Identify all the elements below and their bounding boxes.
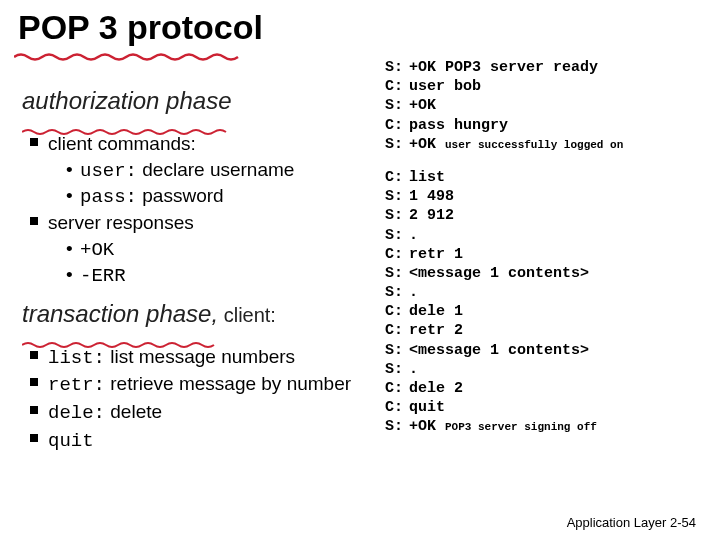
session-line: S:.	[385, 226, 715, 245]
role: C:	[385, 398, 409, 417]
footer-chapter: Application Layer	[567, 515, 670, 530]
client-commands-label: client commands:	[48, 133, 196, 154]
line-text: dele 1	[409, 303, 463, 320]
line-text: quit	[409, 399, 445, 416]
err-item: -ERR	[66, 263, 372, 289]
pass-cmd: pass:	[80, 186, 137, 208]
slide-title: POP 3 protocol	[18, 8, 263, 47]
role: S:	[385, 341, 409, 360]
session-line: C:dele 1	[385, 302, 715, 321]
slide-footer: Application Layer 2-54	[567, 515, 696, 530]
role: S:	[385, 264, 409, 283]
role: S:	[385, 96, 409, 115]
line-text: 1 498	[409, 188, 454, 205]
session-line: S:<message 1 contents>	[385, 341, 715, 360]
trans-suffix: client:	[218, 304, 276, 326]
line-text: dele 2	[409, 380, 463, 397]
quit-cmd-item: quit	[30, 428, 372, 454]
session-line: S:2 912	[385, 206, 715, 225]
trans-block: C:list S:1 498 S:2 912 S:. C:retr 1 S:<m…	[385, 168, 715, 437]
dele-desc: delete	[105, 401, 162, 422]
role: C:	[385, 302, 409, 321]
session-line: C:user bob	[385, 77, 715, 96]
line-text: +OK	[409, 136, 445, 153]
session-line: C:retr 2	[385, 321, 715, 340]
session-line: S:+OK user successfully logged on	[385, 135, 715, 154]
list-desc: list message numbers	[105, 346, 295, 367]
role: C:	[385, 168, 409, 187]
role: S:	[385, 206, 409, 225]
role: S:	[385, 360, 409, 379]
retr-cmd: retr:	[48, 374, 105, 396]
line-text: pass hungry	[409, 117, 508, 134]
session-line: S:.	[385, 283, 715, 302]
role: C:	[385, 245, 409, 264]
ok-item: +OK	[66, 237, 372, 263]
role: C:	[385, 77, 409, 96]
user-desc: declare username	[137, 159, 294, 180]
dele-cmd: dele:	[48, 402, 105, 424]
line-text: +OK	[409, 418, 445, 435]
session-line: C:dele 2	[385, 379, 715, 398]
server-responses-item: server responses +OK -ERR	[30, 211, 372, 288]
role: S:	[385, 58, 409, 77]
line-text: .	[409, 284, 418, 301]
session-transcript: S:+OK POP3 server ready C:user bob S:+OK…	[385, 58, 715, 437]
role: C:	[385, 116, 409, 135]
server-responses-label: server responses	[48, 212, 194, 233]
user-cmd: user:	[80, 160, 137, 182]
user-cmd-item: user: declare username	[66, 158, 372, 184]
line-text: <message 1 contents>	[409, 265, 589, 282]
auth-underline	[22, 118, 232, 126]
session-line: S:+OK POP3 server ready	[385, 58, 715, 77]
auth-heading: authorization phase	[22, 86, 372, 116]
line-text: retr 2	[409, 322, 463, 339]
role: S:	[385, 226, 409, 245]
ok-code: +OK	[80, 239, 114, 261]
line-small: user successfully logged on	[445, 139, 623, 151]
line-text: .	[409, 361, 418, 378]
line-text: user bob	[409, 78, 481, 95]
line-text: <message 1 contents>	[409, 342, 589, 359]
quit-cmd: quit	[48, 430, 94, 452]
line-text: retr 1	[409, 246, 463, 263]
err-code: -ERR	[80, 265, 126, 287]
session-line: S:1 498	[385, 187, 715, 206]
retr-desc: retrieve message by number	[105, 373, 351, 394]
client-commands-item: client commands: user: declare username …	[30, 132, 372, 209]
pass-desc: password	[137, 185, 224, 206]
session-line: C:list	[385, 168, 715, 187]
trans-heading: transaction phase, client:	[22, 299, 372, 329]
pass-cmd-item: pass: password	[66, 184, 372, 210]
list-cmd: list:	[48, 347, 105, 369]
role: S:	[385, 187, 409, 206]
line-text: +OK POP3 server ready	[409, 59, 598, 76]
title-underline	[14, 48, 244, 58]
line-text: 2 912	[409, 207, 454, 224]
left-column: authorization phase client commands: use…	[22, 80, 372, 456]
role: S:	[385, 417, 409, 436]
line-small: POP3 server signing off	[445, 421, 597, 433]
auth-block: S:+OK POP3 server ready C:user bob S:+OK…	[385, 58, 715, 154]
list-cmd-item: list: list message numbers	[30, 345, 372, 371]
retr-cmd-item: retr: retrieve message by number	[30, 372, 372, 398]
dele-cmd-item: dele: delete	[30, 400, 372, 426]
footer-page: 2-54	[670, 515, 696, 530]
line-text: .	[409, 227, 418, 244]
session-line: C:retr 1	[385, 245, 715, 264]
session-line: S:.	[385, 360, 715, 379]
session-line: C:pass hungry	[385, 116, 715, 135]
session-line: C:quit	[385, 398, 715, 417]
session-line: S:<message 1 contents>	[385, 264, 715, 283]
session-line: S:+OK POP3 server signing off	[385, 417, 715, 436]
role: S:	[385, 283, 409, 302]
line-text: +OK	[409, 97, 436, 114]
role: S:	[385, 135, 409, 154]
trans-underline	[22, 331, 222, 339]
role: C:	[385, 321, 409, 340]
role: C:	[385, 379, 409, 398]
line-text: list	[409, 169, 445, 186]
trans-heading-text: transaction phase,	[22, 300, 218, 327]
session-line: S:+OK	[385, 96, 715, 115]
